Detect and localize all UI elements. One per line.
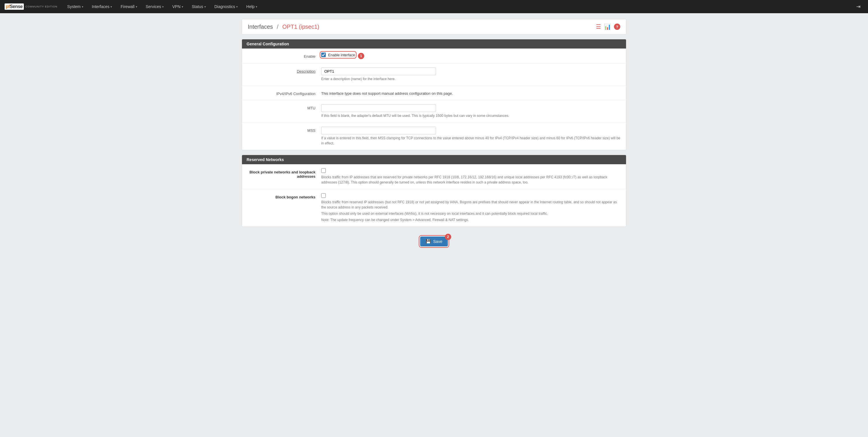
mss-input[interactable] xyxy=(321,127,436,134)
nav-link-interfaces[interactable]: Interfaces ▾ xyxy=(88,1,116,12)
block-bogon-help-1: Blocks traffic from reserved IP addresse… xyxy=(321,199,621,210)
nav-link-vpn[interactable]: VPN ▾ xyxy=(168,1,187,12)
block-bogon-label: Block bogon networks xyxy=(247,193,321,199)
annotation-badge-2: 2 xyxy=(445,234,451,240)
nav-link-firewall[interactable]: Firewall ▾ xyxy=(117,1,141,12)
save-button-wrapper: 💾 Save 2 xyxy=(420,237,448,246)
nav-link-services[interactable]: Services ▾ xyxy=(142,1,168,12)
reserved-networks-panel: Reserved Networks Block private networks… xyxy=(242,155,626,227)
block-private-checkbox[interactable] xyxy=(321,168,326,173)
block-bogon-help-2: This option should only be used on exter… xyxy=(321,211,621,216)
block-private-label-text: Block private networks and loopback addr… xyxy=(249,168,315,179)
block-private-label: Block private networks and loopback addr… xyxy=(247,168,321,179)
description-content: Enter a description (name) for the inter… xyxy=(321,67,621,82)
description-help: Enter a description (name) for the inter… xyxy=(321,76,621,82)
block-bogon-content: Blocks traffic from reserved IP addresse… xyxy=(321,193,621,222)
breadcrumb: Interfaces / OPT1 (ipsec1) xyxy=(248,24,319,30)
enable-row: Enable Enable interface 1 xyxy=(242,49,626,63)
nav-item-interfaces[interactable]: Interfaces ▾ xyxy=(88,1,116,12)
nav-link-help[interactable]: Help ▾ xyxy=(242,1,261,12)
mtu-input[interactable] xyxy=(321,104,436,112)
brand: pfSense COMMUNITY EDITION xyxy=(5,3,57,10)
breadcrumb-separator: / xyxy=(277,24,278,30)
description-row: Description Enter a description (name) f… xyxy=(242,63,626,86)
annotation-badge-1: 1 xyxy=(358,53,364,59)
general-config-body: Enable Enable interface 1 Description En… xyxy=(242,49,626,150)
nav-item-status[interactable]: Status ▾ xyxy=(188,1,210,12)
nav-link-status[interactable]: Status ▾ xyxy=(188,1,210,12)
block-private-content: Blocks traffic from IP addresses that ar… xyxy=(321,168,621,185)
mss-label: MSS xyxy=(247,127,321,133)
description-input[interactable] xyxy=(321,67,436,75)
block-private-help: Blocks traffic from IP addresses that ar… xyxy=(321,175,621,185)
general-config-heading: General Configuration xyxy=(242,39,626,49)
mss-content: If a value is entered in this field, the… xyxy=(321,127,621,146)
reserved-networks-heading: Reserved Networks xyxy=(242,155,626,164)
mtu-label: MTU xyxy=(247,104,321,110)
ipv4-label: IPv4/IPv6 Configuration xyxy=(247,90,321,96)
page-header: Interfaces / OPT1 (ipsec1) ☰ 📊 ? xyxy=(242,19,626,34)
nav-item-services[interactable]: Services ▾ xyxy=(142,1,168,12)
caret-icon: ▾ xyxy=(136,5,137,8)
caret-icon: ▾ xyxy=(256,5,257,8)
block-bogon-checkbox[interactable] xyxy=(321,193,326,198)
nav-link-diagnostics[interactable]: Diagnostics ▾ xyxy=(210,1,242,12)
edition-label: COMMUNITY EDITION xyxy=(26,5,57,8)
mtu-help: If this field is blank, the adapter's de… xyxy=(321,113,621,118)
navbar-right: ⇥ xyxy=(854,0,863,13)
nav-item-vpn[interactable]: VPN ▾ xyxy=(168,1,187,12)
enable-interface-wrapper: Enable interface xyxy=(321,53,355,57)
button-row: 💾 Save 2 xyxy=(242,231,626,251)
caret-icon: ▾ xyxy=(205,5,206,8)
caret-icon: ▾ xyxy=(236,5,238,8)
caret-icon: ▾ xyxy=(111,5,112,8)
block-bogon-wrapper xyxy=(321,193,621,198)
breadcrumb-parent[interactable]: Interfaces xyxy=(248,24,273,30)
navbar: pfSense COMMUNITY EDITION System ▾ Inter… xyxy=(0,0,868,13)
block-private-row: Block private networks and loopback addr… xyxy=(242,164,626,189)
mss-row: MSS If a value is entered in this field,… xyxy=(242,123,626,150)
chart-icon[interactable]: 📊 xyxy=(604,23,611,30)
enable-content: Enable interface 1 xyxy=(321,53,621,59)
save-icon: 💾 xyxy=(426,239,431,244)
ipv4-row: IPv4/IPv6 Configuration This interface t… xyxy=(242,86,626,100)
block-bogon-row: Block bogon networks Blocks traffic from… xyxy=(242,189,626,226)
ipv4-content: This interface type does not support man… xyxy=(321,90,621,96)
reserved-networks-body: Block private networks and loopback addr… xyxy=(242,164,626,226)
caret-icon: ▾ xyxy=(162,5,164,8)
enable-interface-checkbox[interactable] xyxy=(321,53,326,57)
caret-icon: ▾ xyxy=(182,5,183,8)
block-bogon-label-text: Block bogon networks xyxy=(276,193,315,199)
mss-help: If a value is entered in this field, the… xyxy=(321,135,621,146)
nav-item-system[interactable]: System ▾ xyxy=(63,1,87,12)
caret-icon: ▾ xyxy=(82,5,83,8)
main-nav: System ▾ Interfaces ▾ Firewall ▾ Service… xyxy=(63,1,261,12)
logo: pfSense xyxy=(5,3,24,10)
mtu-row: MTU If this field is blank, the adapter'… xyxy=(242,100,626,123)
nav-item-diagnostics[interactable]: Diagnostics ▾ xyxy=(210,1,242,12)
help-icon[interactable]: ? xyxy=(614,24,620,30)
save-label: Save xyxy=(433,239,442,244)
logout-button[interactable]: ⇥ xyxy=(854,0,863,13)
page-header-icons: ☰ 📊 ? xyxy=(596,23,620,30)
block-bogon-help-3: Note: The update frequency can be change… xyxy=(321,217,621,222)
page-content: Interfaces / OPT1 (ipsec1) ☰ 📊 ? General… xyxy=(233,13,635,257)
ipv4-text: This interface type does not support man… xyxy=(321,90,621,96)
save-button[interactable]: 💾 Save xyxy=(420,237,448,246)
nav-link-system[interactable]: System ▾ xyxy=(63,1,87,12)
nav-item-firewall[interactable]: Firewall ▾ xyxy=(117,1,141,12)
mtu-content: If this field is blank, the adapter's de… xyxy=(321,104,621,118)
description-label: Description xyxy=(247,67,321,73)
enable-label: Enable xyxy=(247,53,321,59)
general-config-panel: General Configuration Enable Enable inte… xyxy=(242,39,626,150)
nav-item-help[interactable]: Help ▾ xyxy=(242,1,261,12)
block-private-wrapper xyxy=(321,168,621,173)
enable-interface-label: Enable interface xyxy=(328,53,355,57)
list-icon[interactable]: ☰ xyxy=(596,23,601,30)
breadcrumb-current: OPT1 (ipsec1) xyxy=(282,24,319,30)
